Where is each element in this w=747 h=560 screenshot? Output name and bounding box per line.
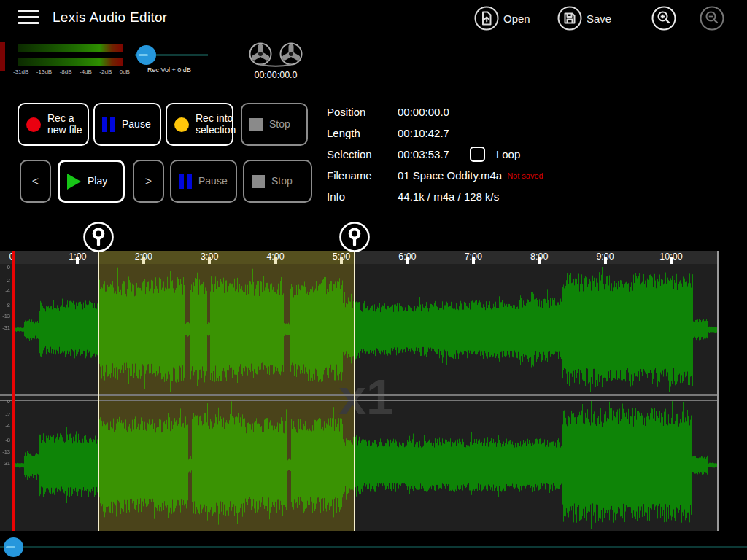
stop-icon: [252, 175, 265, 188]
db-axis-label: -8: [1, 302, 10, 308]
meter-scale-label: -8dB: [60, 69, 72, 75]
level-meter-left: [18, 44, 123, 52]
level-meter-right: [18, 58, 123, 66]
save-button-label: Save: [587, 12, 611, 25]
waveform-panel: 01:002:003:004:005:006:007:008:009:0010:…: [0, 251, 718, 531]
save-button[interactable]: Save: [557, 6, 611, 31]
waveform-section: 01:002:003:004:005:006:007:008:009:0010:…: [0, 219, 747, 532]
step-forward-button[interactable]: >: [133, 160, 164, 203]
open-file-icon: [474, 6, 499, 31]
waveform-display[interactable]: x1 0-2-4-8-13-310-2-4-8-13-31: [0, 264, 718, 531]
open-button-label: Open: [503, 12, 530, 25]
timeline-tick: [604, 257, 607, 264]
app-title: Lexis Audio Editor: [53, 9, 168, 26]
db-axis-label: -2: [1, 277, 10, 284]
rec-new-file-label: Rec a new file: [47, 113, 88, 136]
zoom-in-button[interactable]: [651, 6, 676, 31]
map-pin-icon: [338, 221, 371, 253]
db-axis-label: -2: [1, 411, 10, 418]
timeline-tick: [670, 257, 673, 264]
record-stop-button[interactable]: Stop: [241, 103, 308, 146]
loop-checkbox[interactable]: [470, 147, 485, 162]
filename-value: 01 Space Oddity.m4a: [398, 169, 502, 182]
lexis-audio-editor-app: Lexis Audio Editor Open Save: [0, 0, 747, 560]
position-value: 00:00:00.0: [398, 106, 449, 118]
not-saved-badge: Not saved: [507, 171, 543, 180]
record-controls: Rec a new file Pause Rec into selection …: [18, 103, 308, 146]
timeline-tick: [340, 257, 343, 264]
play-triangle-icon: [67, 174, 81, 190]
selection-end-marker[interactable]: [338, 221, 371, 253]
selection-row: Selection 00:03:53.7 Loop: [327, 144, 589, 165]
meter-scale-label: -31dB: [13, 69, 28, 75]
db-axis-label: -31: [1, 460, 10, 467]
horizontal-scroll-knob[interactable]: [4, 537, 23, 557]
meter-scale-label: -2dB: [99, 69, 112, 75]
map-pin-icon: [82, 221, 115, 253]
stop-icon: [249, 118, 263, 131]
rec-volume-label: Rec Vol + 0 dB: [129, 66, 209, 74]
db-axis-label: -13: [1, 448, 10, 455]
rec-new-file-button[interactable]: Rec a new file: [18, 103, 89, 146]
save-icon: [557, 6, 582, 31]
playhead-cursor[interactable]: [12, 251, 15, 531]
length-row: Length 00:10:42.7: [327, 122, 589, 144]
format-info-value: 44.1k / m4a / 128 k/s: [398, 190, 499, 203]
tape-reels-icon: [247, 41, 306, 70]
pause-icon: [102, 117, 115, 132]
playback-stop-button[interactable]: Stop: [243, 160, 312, 203]
zoom-out-icon: [700, 6, 724, 31]
record-dot-icon: [26, 117, 41, 132]
timeline-tick: [208, 257, 211, 264]
db-axis-label: 0: [1, 398, 10, 405]
top-bar: Lexis Audio Editor Open Save: [0, 0, 747, 36]
timeline-tick: [406, 257, 409, 264]
db-axis-label: 0: [1, 264, 10, 271]
meter-scale-label: 0dB: [120, 69, 130, 75]
db-axis-label: -31: [1, 324, 10, 331]
play-button[interactable]: Play: [58, 160, 125, 203]
meter-scale: -31dB-13dB-8dB-4dB-2dB0dB: [13, 69, 130, 75]
selection-start-marker[interactable]: [82, 221, 115, 253]
meter-scale-label: -4dB: [80, 69, 92, 75]
step-back-button[interactable]: <: [20, 160, 51, 203]
channel-divider: [0, 400, 718, 401]
db-axis-label: -4: [1, 287, 10, 294]
timeline-tick: [472, 257, 475, 264]
selection-end-line[interactable]: [354, 251, 355, 531]
selection-start-line[interactable]: [98, 251, 99, 531]
stereo-waveform-canvas[interactable]: [0, 264, 718, 531]
loop-label: Loop: [496, 148, 520, 160]
timeline-tick: [538, 257, 541, 264]
meter-scale-label: -13dB: [36, 69, 52, 75]
file-info-panel: Position 00:00:00.0 Length 00:10:42.7 Se…: [327, 101, 589, 207]
position-row: Position 00:00:00.0: [327, 101, 589, 122]
format-info-row: Info 44.1k / m4a / 128 k/s: [327, 186, 589, 207]
clip-indicator: [0, 42, 5, 71]
horizontal-scroll-track[interactable]: [0, 546, 747, 548]
rec-into-selection-button[interactable]: Rec into selection: [166, 103, 233, 146]
timeline-tick: [274, 257, 277, 264]
timeline-tick: [142, 257, 145, 264]
filename-row: Filename 01 Space Oddity.m4a Not saved: [327, 165, 589, 186]
pause-icon: [179, 174, 192, 189]
zoom-in-icon: [651, 6, 676, 31]
db-axis-label: -4: [1, 422, 10, 429]
channel-divider: [0, 394, 718, 396]
playback-controls: < Play > Pause Stop: [20, 160, 312, 203]
record-selection-dot-icon: [174, 117, 189, 132]
open-button[interactable]: Open: [474, 6, 530, 31]
db-axis-label: -8: [1, 437, 10, 443]
playback-pause-button[interactable]: Pause: [170, 160, 237, 203]
selection-value: 00:03:53.7: [398, 148, 449, 160]
rec-volume-knob[interactable]: [136, 45, 156, 65]
db-axis-label: -13: [1, 313, 10, 319]
timeline-tick: [76, 257, 79, 264]
file-end-boundary: [717, 251, 719, 531]
record-pause-button[interactable]: Pause: [93, 103, 161, 146]
tape-counter: 00:00:00.0: [244, 70, 308, 80]
zoom-out-button[interactable]: [700, 6, 724, 31]
menu-button[interactable]: [18, 10, 39, 26]
length-value: 00:10:42.7: [398, 127, 449, 139]
